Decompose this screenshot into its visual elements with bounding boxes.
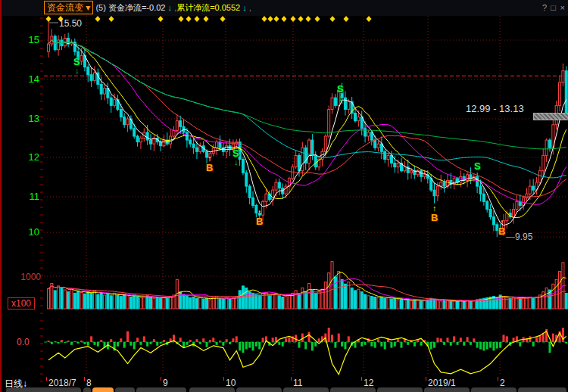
buy-signal-marker: B — [431, 212, 438, 223]
volume-tick-label: 1000 — [18, 272, 41, 282]
scrollbar-segment[interactable] — [6, 387, 81, 392]
buy-arrow-icon: ↑ — [257, 207, 262, 216]
session-low-label: —9.95 — [506, 232, 532, 242]
scrollbar-segment[interactable] — [424, 387, 470, 392]
price-axis-label: 11 — [6, 191, 39, 202]
timeline-tick — [498, 377, 498, 381]
timeline-tick — [161, 377, 161, 381]
maximize-icon[interactable]: □ — [551, 0, 556, 15]
timeline-month-label: 2019/1 — [428, 378, 456, 388]
buy-signal-marker: B — [256, 216, 263, 227]
help-icon[interactable]: ? — [542, 0, 547, 15]
price-axis-label: 14 — [6, 73, 39, 85]
scrollbar-segment[interactable] — [283, 387, 329, 392]
timeline-tick — [361, 377, 362, 381]
sell-arrow-icon: ↓ — [476, 170, 480, 179]
price-axis-label: 10 — [6, 226, 39, 238]
session-high-label: 15.50 — [59, 18, 82, 29]
timeline-month-label: 2018/7 — [48, 378, 76, 388]
buy-arrow-icon: ↑ — [500, 217, 504, 226]
timeline-month-label: 11 — [293, 378, 302, 388]
flow-zero-label: 0.0 — [17, 337, 30, 347]
indicator-dropdown[interactable]: 资金流变 ▾ — [44, 1, 93, 14]
scrollbar-segment[interactable] — [115, 387, 135, 392]
timeline-tick — [291, 377, 292, 381]
buy-arrow-icon: ↑ — [432, 204, 437, 213]
buy-arrow-icon: ↑ — [208, 154, 212, 163]
buy-signal-marker: B — [206, 162, 213, 173]
scrollbar-segment[interactable] — [330, 387, 376, 392]
scrollbar-segment[interactable] — [236, 387, 282, 392]
buy-signal-marker: B — [498, 226, 505, 237]
timeline-month-label: 12 — [364, 378, 373, 388]
close-icon[interactable]: × — [560, 0, 565, 15]
volume-unit-label: x100 — [8, 297, 35, 310]
timeline-month-label: 9 — [163, 378, 168, 388]
indicator-param: (5) — [95, 3, 105, 12]
timeline-tick — [223, 377, 224, 381]
scrollbar-segment[interactable] — [471, 387, 517, 392]
timeline-month-label: 8 — [86, 378, 92, 388]
scrollbar-segment[interactable] — [136, 387, 186, 392]
timeline-tick — [46, 377, 47, 381]
stock-chart-window: MA▾ (5,10,20,30,60,250) MA1=13.092 ↑ ,MA… — [0, 0, 568, 392]
sell-arrow-icon: ↓ — [234, 157, 239, 166]
price-axis-label: 13 — [6, 113, 39, 124]
scrollbar-segment[interactable] — [83, 387, 91, 392]
price-axis-label: 15 — [6, 34, 39, 45]
price-axis-label: 12 — [6, 151, 39, 163]
scrollbar-segment[interactable] — [189, 387, 235, 392]
indicator-value: 累计净流=0.0552 ↓ — [176, 3, 247, 12]
timeline-tick — [426, 377, 426, 381]
last-price-range-label: 12.99 - 13.13 — [466, 103, 524, 114]
sell-arrow-icon: ↓ — [339, 93, 343, 102]
scrollbar-thumb[interactable] — [92, 387, 114, 392]
timeline-month-label: 10 — [226, 378, 236, 388]
chart-canvas[interactable] — [2, 0, 568, 392]
timeline-tick — [84, 377, 85, 381]
low-leader-line: — — [506, 232, 515, 242]
flow-indicator-header: 资金流变 ▾ (5) 资金净流=-0.02 ↓ ,累计净流=0.0552 ↓ ,… — [2, 0, 568, 15]
scrollbar-segment[interactable] — [377, 387, 423, 392]
timeline-month-label: 2 — [500, 378, 505, 388]
indicator-value: 资金净流=-0.02 ↓ — [108, 3, 172, 12]
last-price-tag — [533, 113, 568, 120]
scrollbar-segment[interactable] — [518, 387, 566, 392]
sell-arrow-icon: ↓ — [75, 66, 80, 75]
